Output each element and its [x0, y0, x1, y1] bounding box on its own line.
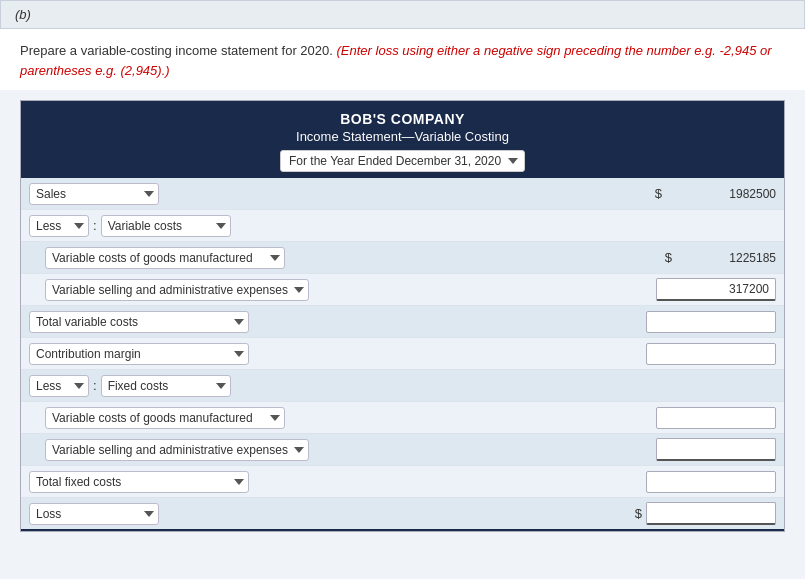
total-fixed-input[interactable] — [646, 471, 776, 493]
contribution-input[interactable] — [646, 343, 776, 365]
var-selling-input[interactable] — [656, 278, 776, 301]
instructions-main: Prepare a variable-costing income statem… — [20, 43, 337, 58]
fixed-selling-row: Variable selling and administrative expe… — [21, 434, 784, 466]
loss-dollar: $ — [635, 506, 642, 521]
var-goods-right: $ 1225185 — [661, 250, 776, 265]
statement-title: Income Statement—Variable Costing — [27, 129, 778, 144]
fixed-selling-right — [656, 438, 776, 461]
fixed-goods-select[interactable]: Variable costs of goods manufactured — [45, 407, 285, 429]
var-selling-right — [656, 278, 776, 301]
loss-right: $ — [631, 502, 776, 525]
total-var-right — [646, 311, 776, 333]
total-var-row: Total variable costs — [21, 306, 784, 338]
table-header: BOB'S COMPANY Income Statement—Variable … — [21, 101, 784, 178]
fixed-selling-input[interactable] — [656, 438, 776, 461]
less-select[interactable]: Less — [29, 215, 89, 237]
var-goods-dollar: $ — [665, 250, 672, 265]
var-goods-value: 1225185 — [676, 251, 776, 265]
period-select[interactable]: For the Year Ended December 31, 2020 — [280, 150, 525, 172]
company-name: BOB'S COMPANY — [27, 111, 778, 127]
var-selling-select[interactable]: Variable selling and administrative expe… — [45, 279, 309, 301]
section-label-text: (b) — [15, 7, 31, 22]
less-variable-row: Less : Variable costs — [21, 210, 784, 242]
sales-select[interactable]: Sales — [29, 183, 159, 205]
colon2: : — [93, 378, 97, 393]
less2-select[interactable]: Less — [29, 375, 89, 397]
total-var-select[interactable]: Total variable costs — [29, 311, 249, 333]
colon1: : — [93, 218, 97, 233]
section-label: (b) — [0, 0, 805, 29]
loss-input[interactable] — [646, 502, 776, 525]
var-goods-row: Variable costs of goods manufactured $ 1… — [21, 242, 784, 274]
contribution-select[interactable]: Contribution margin — [29, 343, 249, 365]
sales-value: 1982500 — [666, 187, 776, 201]
fixed-goods-row: Variable costs of goods manufactured — [21, 402, 784, 434]
variable-costs-select[interactable]: Variable costs — [101, 215, 231, 237]
sales-dollar: $ — [655, 186, 662, 201]
total-var-input[interactable] — [646, 311, 776, 333]
instructions-block: Prepare a variable-costing income statem… — [0, 29, 805, 90]
var-goods-select[interactable]: Variable costs of goods manufactured — [45, 247, 285, 269]
fixed-selling-select[interactable]: Variable selling and administrative expe… — [45, 439, 309, 461]
fixed-goods-input[interactable] — [656, 407, 776, 429]
sales-row: Sales $ 1982500 — [21, 178, 784, 210]
var-selling-row: Variable selling and administrative expe… — [21, 274, 784, 306]
total-fixed-select[interactable]: Total fixed costs — [29, 471, 249, 493]
contribution-right — [646, 343, 776, 365]
sales-right: $ 1982500 — [651, 186, 776, 201]
fixed-goods-right — [656, 407, 776, 429]
page-wrapper: (b) Prepare a variable-costing income st… — [0, 0, 805, 532]
total-fixed-row: Total fixed costs — [21, 466, 784, 498]
fixed-costs-select[interactable]: Fixed costs — [101, 375, 231, 397]
period-row: For the Year Ended December 31, 2020 — [27, 150, 778, 172]
loss-select[interactable]: Loss — [29, 503, 159, 525]
less-fixed-row: Less : Fixed costs — [21, 370, 784, 402]
total-fixed-right — [646, 471, 776, 493]
income-statement-table: BOB'S COMPANY Income Statement—Variable … — [20, 100, 785, 532]
contribution-row: Contribution margin — [21, 338, 784, 370]
loss-row: Loss $ — [21, 498, 784, 531]
